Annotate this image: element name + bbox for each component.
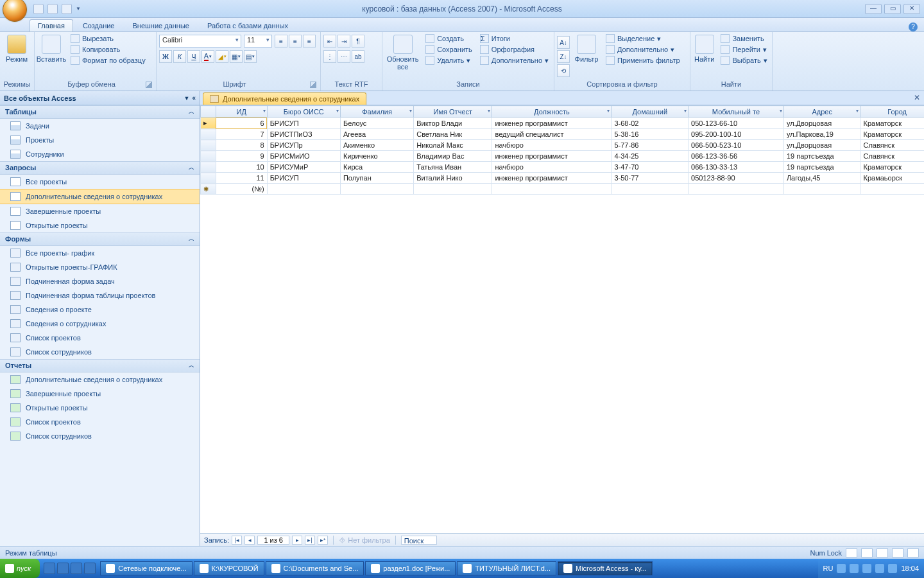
filter-button[interactable]: Фильтр	[572, 33, 601, 64]
cell[interactable]	[860, 184, 924, 195]
row-selector[interactable]	[201, 151, 216, 162]
cell[interactable]: Николай Макс	[414, 140, 492, 151]
tab-home[interactable]: Главная	[30, 19, 73, 31]
column-header[interactable]: Город▾	[860, 106, 924, 118]
ql-icon[interactable]	[44, 563, 55, 574]
save-record-button[interactable]: Сохранить	[423, 44, 475, 55]
indent-decrease-button[interactable]: ⇤	[323, 35, 336, 48]
cell[interactable]: инженер программист	[492, 118, 612, 129]
find-button[interactable]: Найти	[693, 33, 715, 64]
new-row-selector[interactable]	[201, 184, 216, 195]
cell[interactable]	[492, 184, 612, 195]
cell[interactable]: Владимир Вас	[414, 151, 492, 162]
search-box[interactable]: Поиск	[401, 536, 437, 545]
datasheet-view-button[interactable]	[846, 548, 857, 557]
cell[interactable]: (№)	[216, 184, 267, 195]
clipboard-launcher-icon[interactable]	[146, 82, 152, 88]
redo-icon[interactable]	[62, 4, 72, 14]
nav-item[interactable]: Подчиненная форма задач	[0, 274, 200, 288]
italic-button[interactable]: К	[173, 50, 186, 63]
row-selector[interactable]: ▸	[201, 118, 216, 129]
minimize-button[interactable]: —	[865, 4, 882, 14]
tray-icon[interactable]	[875, 564, 884, 573]
cell[interactable]: начбюро	[492, 162, 612, 173]
goto-button[interactable]: Перейти ▾	[718, 44, 769, 55]
nav-item[interactable]: Открытые проекты-ГРАФИК	[0, 260, 200, 274]
column-dropdown-icon[interactable]: ▾	[780, 108, 782, 114]
cell[interactable]: ул.Дворцовая	[783, 118, 860, 129]
row-selector[interactable]	[201, 162, 216, 173]
cell[interactable]: ведущий специалист	[492, 129, 612, 140]
sort-asc-button[interactable]: A↓	[557, 36, 570, 49]
cell[interactable]: Акименко	[340, 140, 413, 151]
ql-icon[interactable]	[84, 563, 96, 574]
bullets-button[interactable]: ⋮	[323, 50, 336, 63]
cell[interactable]: Лагоды,45	[783, 173, 860, 184]
nav-cat-reports[interactable]: Отчеты︿	[0, 359, 200, 372]
nav-item[interactable]: Список сотрудников	[0, 429, 200, 443]
cell[interactable]: 3-50-77	[612, 173, 689, 184]
help-icon[interactable]: ?	[909, 22, 918, 31]
row-selector[interactable]	[201, 129, 216, 140]
underline-button[interactable]: Ч	[187, 50, 200, 63]
nav-item[interactable]: Задачи	[0, 119, 200, 133]
select-button[interactable]: Выбрать ▾	[718, 55, 769, 66]
indent-increase-button[interactable]: ⇥	[338, 35, 350, 48]
cell[interactable]: БРИСУПр	[267, 140, 340, 151]
cell[interactable]: 7	[216, 129, 267, 140]
save-icon[interactable]	[33, 4, 44, 14]
tab-create[interactable]: Создание	[74, 19, 123, 31]
tray-icon[interactable]	[862, 564, 871, 573]
spelling-button[interactable]: Орфография	[477, 44, 551, 55]
align-left-button[interactable]: ≡	[275, 35, 287, 48]
column-header[interactable]: Должность▾	[492, 106, 612, 118]
cell[interactable]: инженер программист	[492, 151, 612, 162]
cut-button[interactable]: Вырезать	[68, 33, 148, 44]
nav-cat-queries[interactable]: Запросы︿	[0, 161, 200, 175]
cell[interactable]	[689, 184, 784, 195]
cell[interactable]: Полупан	[340, 173, 413, 184]
column-dropdown-icon[interactable]: ▾	[336, 108, 339, 114]
prev-record-button[interactable]: ◂	[244, 536, 255, 545]
cell[interactable]: 9	[216, 151, 267, 162]
undo-icon[interactable]	[47, 4, 58, 14]
last-record-button[interactable]: ▸|	[305, 536, 315, 545]
highlight-button[interactable]: ab	[352, 50, 364, 63]
cell[interactable]: БРИСУМиР	[267, 162, 340, 173]
nav-item[interactable]: Список сотрудников	[0, 345, 200, 359]
align-center-button[interactable]: ≡	[289, 35, 302, 48]
nav-item[interactable]: Список проектов	[0, 331, 200, 345]
cell[interactable]: 066-130-33-13	[689, 162, 784, 173]
nav-item[interactable]: Все проекты	[0, 175, 200, 189]
cell[interactable]	[340, 184, 413, 195]
column-dropdown-icon[interactable]: ▾	[856, 108, 859, 114]
cell[interactable]: БРИСУП	[267, 118, 340, 129]
cell[interactable]: Виктор Влади	[414, 118, 492, 129]
cell[interactable]: БРИСТПиОЗ	[267, 129, 340, 140]
gridlines-button[interactable]: ▦	[230, 50, 243, 63]
cell[interactable]: Светлана Ник	[414, 129, 492, 140]
nav-item[interactable]: Сотрудники	[0, 147, 200, 161]
nav-item[interactable]: Открытые проекты	[0, 401, 200, 415]
refresh-all-button[interactable]: Обновить все	[385, 33, 420, 72]
office-button[interactable]	[3, 0, 27, 22]
cell[interactable]: Краматорск	[860, 129, 924, 140]
taskbar-app-button[interactable]: Сетевые подключе...	[100, 561, 192, 575]
nav-item[interactable]: Подчиненная форма таблицы проектов	[0, 288, 200, 302]
cell[interactable]: Краматорск	[860, 118, 924, 129]
cell[interactable]	[783, 184, 860, 195]
clear-sort-button[interactable]: ⟲	[557, 64, 570, 77]
datasheet-grid[interactable]: ИД▾Бюро ОИСС▾Фамилия▾Имя Отчест▾Должност…	[200, 105, 924, 533]
cell[interactable]: Белоус	[340, 118, 413, 129]
cell[interactable]: 8	[216, 140, 267, 151]
pivot-chart-view-button[interactable]	[877, 548, 888, 557]
cell[interactable]: ул.Дворцовая	[783, 140, 860, 151]
nav-item[interactable]: Сведения о сотрудниках	[0, 317, 200, 331]
cell[interactable]: ул.Паркова,19	[783, 129, 860, 140]
nav-item[interactable]: Список проектов	[0, 415, 200, 429]
toggle-filter-button[interactable]: Применить фильтр	[603, 55, 683, 66]
cell[interactable]: 5-38-16	[612, 129, 689, 140]
column-header[interactable]: Адрес▾	[783, 106, 860, 118]
taskbar-app-button[interactable]: ТИТУЛЬНЫЙ ЛИСТ.d...	[457, 561, 556, 575]
close-document-icon[interactable]: ✕	[914, 93, 920, 102]
